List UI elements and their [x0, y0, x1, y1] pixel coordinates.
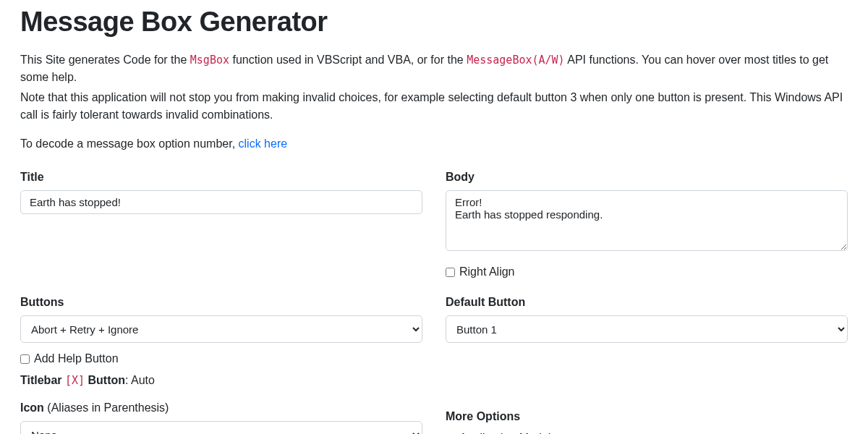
intro-note: Note that this application will not stop…	[20, 89, 848, 124]
icon-select[interactable]: None	[20, 421, 422, 434]
col-default-button: Default Button Button 1 More Options App…	[446, 294, 848, 434]
buttons-label: Buttons	[20, 294, 422, 311]
titlebar-button-bold: Button	[85, 374, 125, 386]
titlebar-line: Titlebar [X] Button: Auto	[20, 372, 422, 389]
icon-label-wrap: Icon (Aliases in Parenthesis)	[20, 399, 422, 417]
page-title: Message Box Generator	[20, 1, 848, 43]
default-button-select[interactable]: Button 1	[446, 315, 848, 343]
icon-hint: (Aliases in Parenthesis)	[47, 401, 169, 414]
col-body: Body Error! Earth has stopped responding…	[446, 169, 848, 281]
title-label: Title	[20, 169, 422, 186]
right-align-check: Right Align	[446, 263, 848, 281]
add-help-checkbox[interactable]	[20, 354, 30, 364]
default-button-label: Default Button	[446, 294, 848, 311]
more-options-label: More Options	[446, 408, 848, 425]
col-buttons: Buttons Abort + Retry + Ignore Add Help …	[20, 294, 422, 434]
app-modal-radio-wrap: Application Modal	[446, 430, 848, 434]
intro-text: This Site generates Code for the	[20, 54, 190, 66]
icon-label: Icon	[20, 401, 47, 414]
app-modal-label: Application Modal	[459, 430, 550, 434]
msgbox-code: MsgBox	[190, 54, 229, 67]
messagebox-code: MessageBox(A/W)	[467, 54, 564, 67]
decode-link[interactable]: click here	[239, 137, 288, 150]
add-help-label: Add Help Button	[34, 350, 119, 367]
decode-line: To decode a message box option number, c…	[20, 135, 848, 153]
intro-text: function used in VBScript and VBA, or fo…	[229, 54, 467, 66]
titlebar-bold: Titlebar	[20, 374, 65, 386]
add-help-check: Add Help Button	[20, 350, 422, 367]
row-title-body: Title Body Error! Earth has stopped resp…	[20, 169, 848, 281]
right-align-label: Right Align	[459, 263, 515, 281]
titlebar-rest: : Auto	[125, 374, 155, 386]
body-textarea[interactable]: Error! Earth has stopped responding.	[446, 190, 848, 251]
titlebar-x: [X]	[65, 374, 85, 387]
intro-line-1: This Site generates Code for the MsgBox …	[20, 51, 848, 86]
buttons-select[interactable]: Abort + Retry + Ignore	[20, 315, 422, 343]
body-label: Body	[446, 169, 848, 186]
intro-block: This Site generates Code for the MsgBox …	[20, 51, 848, 124]
title-input[interactable]	[20, 190, 422, 214]
right-align-checkbox[interactable]	[446, 268, 455, 277]
row-buttons-default: Buttons Abort + Retry + Ignore Add Help …	[20, 294, 848, 434]
decode-text: To decode a message box option number,	[20, 137, 239, 150]
col-title: Title	[20, 169, 422, 281]
